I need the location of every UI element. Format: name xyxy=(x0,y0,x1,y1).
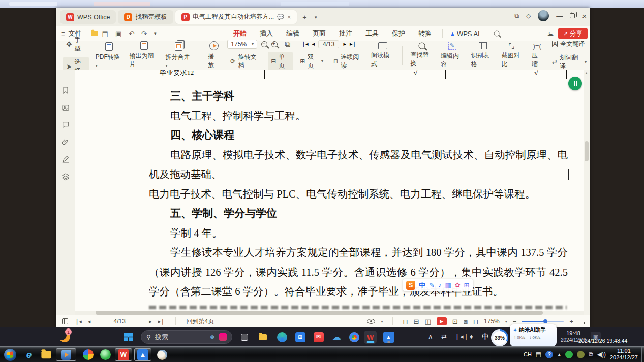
zoom-out-icon[interactable]: − xyxy=(261,41,267,47)
menu-page[interactable]: 页面 xyxy=(313,29,326,38)
split-merge-button[interactable]: 拆分合并 ▾ xyxy=(162,41,196,70)
meeting-local-icon[interactable]: ▲ xyxy=(134,348,151,361)
menu-wps-ai[interactable]: WPS AI xyxy=(457,30,480,38)
zoom-slider[interactable] xyxy=(522,321,564,322)
prev-page-icon[interactable]: ◂ xyxy=(312,41,315,47)
menu-edit[interactable]: 编辑 xyxy=(286,29,299,38)
language-indicator[interactable]: CH xyxy=(524,351,532,357)
sign-pen-icon[interactable] xyxy=(62,155,70,163)
menu-convert[interactable]: 转换 xyxy=(418,29,432,38)
next-page-icon[interactable]: ▸ xyxy=(343,41,346,47)
last-page-icon[interactable]: ▸❘ xyxy=(350,41,356,47)
full-translate-button[interactable]: A 全文翻译 xyxy=(549,39,590,49)
rotate-doc-button[interactable]: ⟳ 旋转文档 xyxy=(227,52,264,71)
vertical-scrollbar[interactable]: ▲ xyxy=(584,70,590,315)
page-indicator[interactable]: 4/13 xyxy=(318,40,339,48)
double-page-button[interactable]: ⊞ 双页 ▾ xyxy=(297,52,326,71)
ime-mic-icon[interactable]: ♪ xyxy=(438,282,442,288)
hscroll-thumb[interactable] xyxy=(96,311,543,315)
thumbnail-icon[interactable] xyxy=(62,104,70,112)
table-extract-fab[interactable] xyxy=(568,77,582,90)
undo-icon[interactable]: ↶ xyxy=(129,30,134,38)
redo-icon[interactable]: ↷ xyxy=(141,30,147,38)
menu-protect[interactable]: 保护 xyxy=(392,29,405,38)
meeting-app-icon[interactable]: ▲ xyxy=(382,331,395,343)
fit-width-icon[interactable]: ⊓ xyxy=(473,318,478,325)
task-view-icon[interactable] xyxy=(238,331,251,343)
new-tab-button[interactable]: + xyxy=(299,13,310,21)
clock[interactable]: 11:01 2024/12/27 xyxy=(610,348,642,361)
zoom-select[interactable]: 175% ▾ xyxy=(227,40,257,49)
document-area[interactable]: 毕业要求12 √ √ 三、主干学科 电气工程、控制科学与工程。 四、核心课程 电… xyxy=(56,70,590,315)
chrome-icon[interactable] xyxy=(348,331,360,343)
media-player-button[interactable] xyxy=(56,348,76,361)
ai-assistant-card[interactable]: ✦ 纳米AI助手 ↑ 0K/s ↓ 0K/s xyxy=(510,324,557,346)
bookmark-icon[interactable] xyxy=(62,86,70,94)
compress-button[interactable]: )=( 压缩 xyxy=(528,41,547,70)
single-page-view-icon[interactable]: ⊟ xyxy=(414,318,419,325)
minimize-button[interactable]: — xyxy=(556,12,563,20)
zoom-in-icon[interactable]: + xyxy=(271,41,278,47)
ime-toolbar[interactable]: S 中 ✎ ♪ ▦ ✿ ⊞ xyxy=(403,279,473,291)
fit-page-icon[interactable]: ⧈ xyxy=(464,318,468,325)
play-button[interactable]: 播放 xyxy=(204,41,223,70)
screenshot-compare-button[interactable]: ⌜⌟ 截图对比 xyxy=(498,41,528,70)
file-explorer-icon[interactable] xyxy=(256,331,269,343)
close-button[interactable]: × xyxy=(582,12,587,20)
swap-pages-icon[interactable]: ⧉ xyxy=(285,40,290,48)
shield-icon[interactable] xyxy=(577,351,585,358)
ime-keyboard-icon[interactable]: ▦ xyxy=(445,282,451,288)
mail-app-icon[interactable]: ✉ xyxy=(312,331,325,343)
attachment-icon[interactable] xyxy=(62,138,70,146)
double-page-view-icon[interactable]: ◫ xyxy=(424,318,431,325)
ime-toolbox-icon[interactable]: ⊞ xyxy=(464,282,470,288)
edit-content-button[interactable]: 编辑内容 xyxy=(437,41,468,70)
ime-pen-icon[interactable]: ✎ xyxy=(429,282,435,288)
integration-box-icon[interactable]: ◇ xyxy=(526,12,531,19)
media-icon[interactable]: ❘◂❘ xyxy=(454,333,469,340)
menu-start[interactable]: 开始 xyxy=(233,29,247,38)
tab-wps-home[interactable]: W WPS Office xyxy=(60,10,116,24)
sogou-logo-icon[interactable]: S xyxy=(406,281,415,290)
word-translate-button[interactable]: ⇄ 划词翻译 ▾ xyxy=(549,52,590,72)
read-mode-button[interactable]: 阅读模式 xyxy=(367,41,398,70)
search-box[interactable]: ⚲ 搜索 ❄ xyxy=(141,330,232,344)
tab-document[interactable]: P 电气工程及其自动化培养方... 💬 × xyxy=(175,10,297,24)
avatar[interactable] xyxy=(538,10,549,21)
more-chevron-icon[interactable]: ▾ xyxy=(154,31,157,36)
single-page-button[interactable]: ⊟ 单页 xyxy=(268,52,293,71)
search-icon[interactable] xyxy=(494,31,499,37)
ime-indicator[interactable]: 中 xyxy=(482,332,488,341)
next-page-icon[interactable]: ▸ xyxy=(149,318,151,325)
continuous-view-icon[interactable]: ⊓ xyxy=(403,318,408,325)
edge-browser-icon[interactable] xyxy=(275,331,288,343)
pdf-convert-button[interactable]: PDF转换 ▾ xyxy=(92,41,126,70)
workspace-icon[interactable]: ⧉ xyxy=(514,12,519,19)
zoom-in-button[interactable]: + xyxy=(569,318,573,325)
tray-expand-icon[interactable]: ∧ xyxy=(428,333,433,340)
prev-page-icon[interactable]: ◂ xyxy=(88,318,90,325)
start-orb[interactable] xyxy=(3,348,18,361)
keyboard-icon[interactable]: ▤ xyxy=(536,351,541,358)
green-browser-icon[interactable] xyxy=(98,348,113,361)
ime-skin-icon[interactable]: ✿ xyxy=(455,282,461,288)
performance-gauge[interactable]: 33% xyxy=(491,329,508,346)
menu-tools[interactable]: 工具 xyxy=(365,29,379,38)
restore-button[interactable] xyxy=(570,13,575,18)
show-desktop-button[interactable] xyxy=(641,347,644,362)
comment-bubble-icon[interactable]: 💬 xyxy=(277,14,284,20)
help-icon[interactable]: ? xyxy=(545,351,553,358)
print-icon[interactable]: ▣ xyxy=(115,30,121,38)
zoom-chevron-icon[interactable]: ▾ xyxy=(505,319,507,324)
comment-icon[interactable] xyxy=(62,121,70,129)
pinwheel-browser-icon[interactable] xyxy=(80,348,96,361)
layers-icon[interactable] xyxy=(62,173,70,181)
continuous-read-button[interactable]: ⊓ 连续阅读 xyxy=(330,52,366,71)
back-to-page-button[interactable]: 回到第4页 xyxy=(187,317,214,326)
first-page-icon[interactable]: ❘◂ xyxy=(301,41,308,47)
vscroll-thumb[interactable] xyxy=(585,141,589,161)
menu-comment[interactable]: 批注 xyxy=(339,29,352,38)
wps-taskbar-icon[interactable]: W xyxy=(364,331,377,343)
start-button[interactable] xyxy=(124,333,133,341)
fit-height-icon[interactable]: ⊡ xyxy=(452,318,458,325)
